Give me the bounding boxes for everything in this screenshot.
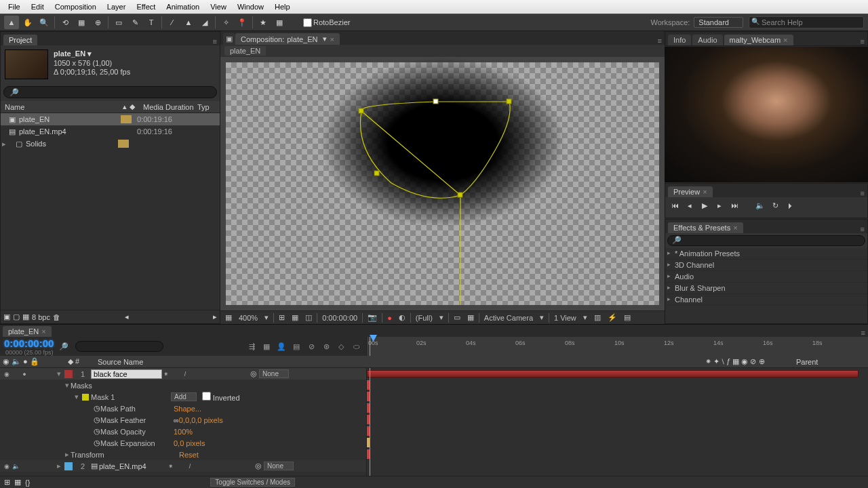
shy-icon[interactable]: 👤 <box>275 340 288 352</box>
play-button[interactable]: ▶ <box>699 200 710 211</box>
panel-menu-icon[interactable]: ≡ <box>861 329 865 337</box>
prop-value[interactable]: 0,0 pixels <box>174 439 205 447</box>
grid-icon[interactable]: ▦ <box>290 313 300 322</box>
bpc-label[interactable]: 8 bpc <box>32 313 50 321</box>
flowchart-prev-icon[interactable]: ◂ <box>125 312 129 321</box>
transparency-grid-icon[interactable]: ▦ <box>465 313 476 322</box>
transform-group[interactable]: ▸TransformReset <box>0 449 366 460</box>
menu-window[interactable]: Window <box>232 1 269 12</box>
effects-category[interactable]: * Animation Presets <box>665 248 867 260</box>
time-ruler[interactable]: 00s 02s 04s 06s 08s 10s 12s 14s 16s 18s <box>366 337 868 356</box>
search-help-input[interactable]: Search Help <box>749 16 864 28</box>
col-parent[interactable]: Parent <box>793 358 868 366</box>
frame-blend-icon[interactable]: ▤ <box>290 340 302 352</box>
video-switch[interactable]: ◉ <box>3 370 11 378</box>
rotate-tool[interactable]: ⟲ <box>58 16 73 29</box>
layer-bar[interactable] <box>367 370 859 378</box>
pickwhip-icon[interactable]: ◎ <box>255 462 262 470</box>
item-label[interactable] <box>118 140 129 148</box>
comp-mini-flow-icon[interactable]: ⇶ <box>245 340 258 352</box>
solo-switch[interactable]: ● <box>20 370 28 378</box>
comp-new-icon[interactable]: ▦ <box>22 312 29 321</box>
item-label[interactable] <box>121 127 132 136</box>
auto-keyframe-icon[interactable]: ◇ <box>335 340 347 352</box>
prop-mask-path[interactable]: ◷ Mask PathShape... <box>0 403 366 414</box>
resolution-select[interactable]: (Full) <box>414 314 435 322</box>
safe-zones-icon[interactable]: ⊞ <box>277 313 287 322</box>
project-tab[interactable]: Project <box>3 35 37 45</box>
current-timecode[interactable]: 0:00:00:00 <box>4 338 54 349</box>
stamp-tool[interactable]: ▲ <box>181 16 196 29</box>
zoom-dropdown-icon[interactable]: ▾ <box>262 313 271 322</box>
masks-group[interactable]: ▾Masks <box>0 380 366 391</box>
mute-button[interactable]: 🔈 <box>755 200 766 211</box>
menu-composition[interactable]: Composition <box>50 1 102 12</box>
timeline-tracks[interactable] <box>366 368 868 476</box>
prop-mask-feather[interactable]: ◷ Mask Feather∞ 0,0,0,0 pixels <box>0 414 366 426</box>
panel-menu-icon[interactable]: ≡ <box>213 37 217 45</box>
effects-category[interactable]: Blur & Sharpen <box>665 283 867 294</box>
prop-value[interactable]: 0,0,0,0 pixels <box>179 416 223 424</box>
last-frame-button[interactable]: ⏭ <box>729 200 740 211</box>
menu-file[interactable]: File <box>3 1 26 12</box>
viewport[interactable] <box>220 57 665 310</box>
close-icon[interactable]: × <box>783 36 787 44</box>
rect-tool[interactable]: ▭ <box>111 16 126 29</box>
camera-select[interactable]: Active Camera <box>482 314 535 322</box>
close-icon[interactable]: × <box>330 35 334 43</box>
brackets-icon[interactable]: {} <box>25 479 30 487</box>
effects-tab[interactable]: Effects & Presets× <box>668 222 743 233</box>
webcam-tab[interactable]: malty_Webcam× <box>724 35 793 45</box>
folder-new-icon[interactable]: ▢ <box>13 312 20 321</box>
fill-icon[interactable]: ▦ <box>272 16 287 29</box>
snapshot-icon[interactable]: 📷 <box>366 313 379 322</box>
pickwhip-icon[interactable]: ◎ <box>250 369 257 378</box>
zoom-value[interactable]: 400% <box>237 314 260 322</box>
draft3d-icon[interactable]: ▦ <box>260 340 273 352</box>
view-layout-select[interactable]: 1 View <box>552 314 578 322</box>
pixel-aspect-icon[interactable]: ▥ <box>592 313 603 322</box>
zoom-tool[interactable]: 🔍 <box>37 16 52 29</box>
prop-value[interactable]: Shape... <box>174 405 201 413</box>
menu-layer[interactable]: Layer <box>102 1 132 12</box>
always-preview-icon[interactable]: ▦ <box>223 313 234 322</box>
reset-link[interactable]: Reset <box>179 451 199 459</box>
video-switch[interactable]: ◉ <box>3 462 11 470</box>
preview-tab[interactable]: Preview× <box>668 186 713 197</box>
toggle-switches-button[interactable]: Toggle Switches / Modes <box>210 478 295 487</box>
composition-tab[interactable]: Composition: plate_EN ▾ × <box>235 33 340 45</box>
mask-row[interactable]: ▾Mask 1Add Inverted <box>0 391 366 403</box>
constrain-icon[interactable]: ∞ <box>174 416 179 424</box>
effects-category[interactable]: 3D Channel <box>665 260 867 271</box>
workspace-select[interactable]: Standard <box>694 17 743 28</box>
col-source-name[interactable]: Source Name <box>95 358 705 366</box>
inverted-checkbox[interactable] <box>202 392 211 401</box>
stopwatch-icon[interactable]: ◷ <box>94 404 100 413</box>
panel-menu-icon[interactable]: ≡ <box>861 37 865 45</box>
flowchart-next-icon[interactable]: ▸ <box>213 312 217 321</box>
audio-switch[interactable]: 🔈 <box>12 462 20 470</box>
panel-menu-icon[interactable]: ≡ <box>658 37 662 45</box>
rotobezier-checkbox[interactable] <box>303 18 312 27</box>
close-icon[interactable]: × <box>703 188 707 196</box>
project-item[interactable]: ▣ plate_EN 0:00:19:16 <box>1 113 220 125</box>
col-duration[interactable]: Media Duration <box>143 103 197 111</box>
menu-effect[interactable]: Effect <box>131 1 161 12</box>
stopwatch-icon[interactable]: ◷ <box>94 427 100 436</box>
menu-animation[interactable]: Animation <box>161 1 205 12</box>
parent-select[interactable]: None <box>259 369 289 378</box>
menu-view[interactable]: View <box>205 1 232 12</box>
project-item[interactable]: ▤ plate_EN.mp4 0:00:19:16 <box>1 125 220 138</box>
roi-icon[interactable]: ▭ <box>452 313 462 322</box>
col-label[interactable]: ◆ <box>130 102 143 111</box>
loop-button[interactable]: ↻ <box>770 200 781 211</box>
project-item[interactable]: ▸ ▢ Solids <box>1 138 220 150</box>
anchor-tool[interactable]: ⊕ <box>90 16 105 29</box>
pen-tool[interactable]: ✎ <box>127 16 142 29</box>
search-icon[interactable]: 🔎 <box>59 342 68 351</box>
col-type[interactable]: Typ <box>197 103 210 111</box>
expand-icon[interactable]: ⊞ <box>4 478 10 487</box>
layer-label[interactable] <box>64 370 73 378</box>
close-icon[interactable]: × <box>41 327 45 336</box>
layer-label[interactable] <box>64 462 73 470</box>
